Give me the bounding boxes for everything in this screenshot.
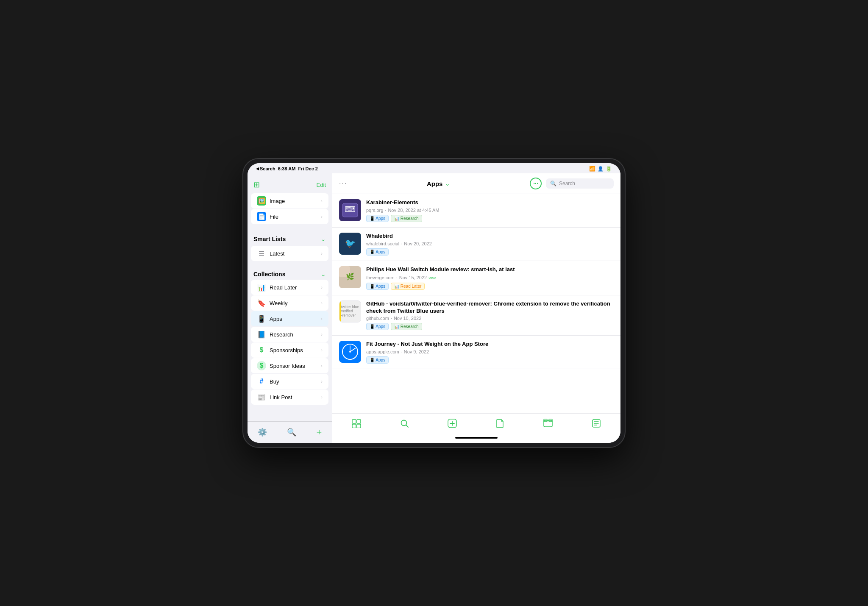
article-item[interactable]: Fit Journey - Not Just Weight on the App… [332, 336, 620, 369]
latest-icon: ☰ [257, 249, 266, 258]
article-tags: 📱 Apps 📊 Research [366, 323, 614, 330]
tag-apps[interactable]: 📱 Apps [366, 248, 389, 256]
sidebar-item-buy[interactable]: # Buy › [251, 374, 328, 389]
article-meta: pqrs.org · Nov 28, 2022 at 4:45 AM [366, 208, 614, 213]
status-time: 6:38 AM [278, 166, 296, 171]
sidebar-weekly-label: Weekly [270, 300, 287, 306]
content-header: ··· Apps ⌄ ··· 🔍 Search [332, 173, 620, 194]
article-item[interactable]: ⌨ Karabiner-Elements pqrs.org · Nov 28, … [332, 194, 620, 228]
collections-collapse[interactable]: ⌄ [321, 271, 326, 278]
main-area: ⊞ Edit 🖼️ Image › 📄 Fil [248, 173, 620, 443]
svg-rect-20 [352, 424, 356, 428]
tag-read-later[interactable]: 📊 Read Later [391, 283, 425, 290]
tag-apps[interactable]: 📱 Apps [366, 283, 389, 290]
svg-line-23 [406, 425, 408, 427]
article-meta: apps.apple.com · Nov 9, 2022 [366, 349, 614, 354]
article-source: apps.apple.com [366, 349, 399, 354]
sidebar-item-sponsorships[interactable]: $ Sponsorships › [251, 342, 328, 358]
image-icon: 🖼️ [257, 196, 266, 206]
article-title: Philips Hue Wall Switch Module review: s… [366, 266, 614, 273]
sidebar-content: ⊞ Edit 🖼️ Image › 📄 Fil [248, 173, 332, 421]
article-date: Nov 28, 2022 at 4:45 AM [388, 208, 439, 213]
article-title: Karabiner-Elements [366, 199, 614, 206]
article-tags: 📱 Apps [366, 248, 614, 256]
article-title: Whalebird [366, 233, 614, 240]
sidebar-file-label: File [270, 214, 278, 220]
sidebar-latest-label: Latest [270, 250, 284, 257]
article-source: github.com [366, 316, 389, 321]
status-back-label[interactable]: Search [256, 166, 275, 171]
article-title: GitHub - voidstar0/twitter-blue-verified… [366, 300, 614, 315]
content-panel: ··· Apps ⌄ ··· 🔍 Search [332, 173, 620, 443]
article-item[interactable]: 🐦 Whalebird whalebird.social · Nov 20, 2… [332, 228, 620, 261]
tag-research[interactable]: 📊 Research [391, 323, 422, 330]
svg-rect-12 [339, 301, 341, 322]
home-indicator [455, 437, 498, 439]
title-chevron-icon[interactable]: ⌄ [445, 180, 450, 187]
tag-apps[interactable]: 📱 Apps [366, 215, 389, 222]
sidebar-grid-icon[interactable]: ⊞ [253, 180, 260, 189]
sidebar-buy-label: Buy [270, 378, 279, 385]
header-title-area: Apps ⌄ [427, 180, 451, 187]
sidebar-item-latest[interactable]: ☰ Latest › [251, 246, 328, 261]
sidebar-item-image[interactable]: 🖼️ Image › [251, 193, 328, 208]
sidebar-item-file[interactable]: 📄 File › [251, 209, 328, 224]
sidebar-image-label: Image [270, 198, 285, 204]
article-item[interactable]: 🌿 Philips Hue Wall Switch Module review:… [332, 261, 620, 295]
settings-button[interactable]: ⚙️ [254, 426, 270, 439]
sidebar-edit-button[interactable]: Edit [317, 182, 326, 188]
article-item[interactable]: twitter-blue verified -remover GitHub - … [332, 295, 620, 336]
article-thumbnail: ⌨ [339, 199, 361, 221]
sidebar-item-weekly[interactable]: 🔖 Weekly › [251, 295, 328, 311]
article-date: Nov 9, 2022 [404, 349, 429, 354]
article-meta: github.com · Nov 10, 2022 [366, 316, 614, 321]
file-icon: 📄 [257, 212, 266, 221]
read-later-icon: 📊 [257, 283, 266, 292]
sidebar-item-sponsor-ideas[interactable]: $ Sponsor Ideas › [251, 358, 328, 373]
sidebar-item-apps[interactable]: 📱 Apps › [251, 311, 328, 326]
status-left: Search 6:38 AM Fri Dec 2 [256, 166, 318, 171]
sidebar-top-bar: ⊞ Edit [248, 177, 332, 193]
sidebar-read-later-chevron: › [321, 285, 323, 290]
smart-lists-collapse[interactable]: ⌄ [321, 236, 326, 242]
header-title: Apps [427, 180, 443, 187]
collections-title: Collections [253, 271, 285, 278]
content-note-button[interactable] [587, 417, 605, 432]
sidebar-add-button[interactable]: + [313, 425, 325, 439]
article-thumbnail: 🐦 [339, 233, 361, 255]
article-tags: 📱 Apps 📊 Read Later [366, 283, 614, 290]
content-search-button[interactable] [396, 417, 413, 431]
svg-text:🌿: 🌿 [346, 272, 354, 281]
article-tags: 📱 Apps [366, 356, 614, 364]
svg-text:twitter-blue: twitter-blue [341, 305, 359, 309]
link-icon: ∞∞ [428, 275, 436, 281]
content-photos-button[interactable] [539, 417, 557, 432]
content-doc-button[interactable] [492, 417, 509, 432]
search-bar[interactable]: 🔍 Search [546, 178, 614, 189]
header-dots: ··· [339, 180, 347, 187]
status-bar: Search 6:38 AM Fri Dec 2 📶 👤 🔋 [248, 163, 620, 173]
svg-rect-18 [352, 420, 356, 423]
sidebar-item-research[interactable]: 📘 Research › [251, 327, 328, 342]
article-tags: 📱 Apps 📊 Research [366, 215, 614, 222]
sidebar-research-label: Research [270, 331, 293, 338]
tag-apps[interactable]: 📱 Apps [366, 356, 389, 364]
tag-apps[interactable]: 📱 Apps [366, 323, 389, 330]
sidebar-link-post-chevron: › [321, 395, 323, 400]
list-view-button[interactable] [348, 417, 365, 432]
sidebar-image-chevron: › [321, 198, 323, 203]
sidebar-search-button[interactable]: 🔍 [284, 426, 300, 439]
apps-icon: 📱 [257, 314, 266, 323]
more-options-button[interactable]: ··· [530, 178, 542, 189]
article-source: pqrs.org [366, 208, 383, 213]
article-title: Fit Journey - Not Just Weight on the App… [366, 341, 614, 348]
sidebar-item-link-post[interactable]: 📰 Link Post › [251, 389, 328, 405]
tag-research[interactable]: 📊 Research [391, 215, 422, 222]
article-content: Karabiner-Elements pqrs.org · Nov 28, 20… [366, 199, 614, 222]
svg-text:-remover: -remover [341, 313, 356, 317]
svg-text:verified: verified [341, 309, 353, 313]
sidebar-item-read-later[interactable]: 📊 Read Later › [251, 280, 328, 295]
header-right: ··· 🔍 Search [530, 178, 614, 189]
buy-icon: # [257, 377, 266, 386]
content-add-button[interactable] [443, 417, 461, 432]
